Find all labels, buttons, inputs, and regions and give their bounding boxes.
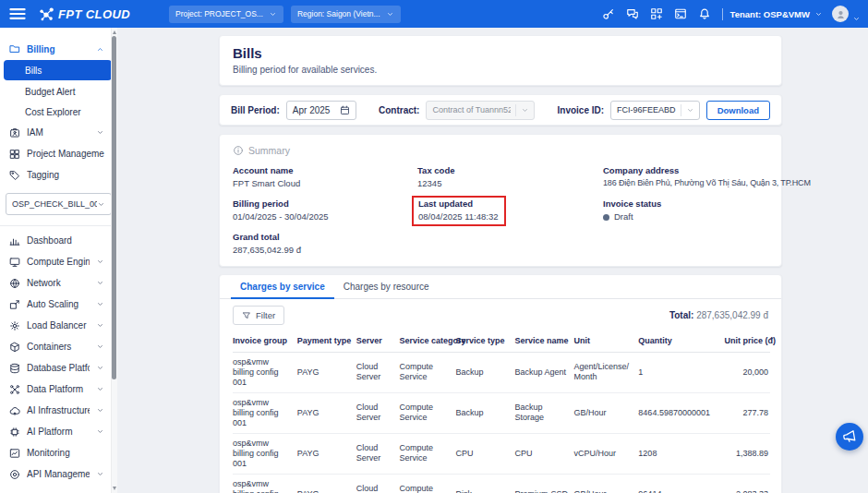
invoice-status-label: Invoice status xyxy=(603,198,811,209)
sidebar-item-ai-platform[interactable]: AI Platform xyxy=(0,421,117,442)
cell-service-category: Compute Service xyxy=(399,392,455,433)
sidebar-item-tagging[interactable]: Tagging xyxy=(0,164,117,186)
cell-service-type: Backup xyxy=(456,392,515,433)
sidebar-item-dashboard[interactable]: Dashboard xyxy=(0,230,117,251)
tenant-selector[interactable]: Tenant: OSP&VMW xyxy=(730,9,823,19)
sidebar-item-budget-alert-label: Budget Alert xyxy=(25,87,75,97)
project-selector[interactable]: Project: PROJECT_OS... xyxy=(169,6,283,23)
cell-invoice-group: osp&vmw billing config 001 xyxy=(233,474,297,493)
sidebar-project-select-value: OSP_CHECK_BILL_001 xyxy=(12,199,97,209)
sidebar-item-cost-explorer[interactable]: Cost Explorer xyxy=(0,102,117,122)
chevron-down-icon xyxy=(96,128,104,137)
sidebar-item-api-management[interactable]: API Management xyxy=(0,463,117,485)
scrollbar-thumb[interactable] xyxy=(112,36,116,379)
chevron-down-icon xyxy=(96,406,104,415)
tenant-label: Tenant: OSP&VMW xyxy=(730,9,810,19)
company-address-label: Company address xyxy=(603,165,811,175)
fpt-logo-text: FPT CLOUD xyxy=(58,7,130,21)
summary-last-updated: Last updated 08/04/2025 11:48:32 xyxy=(417,198,603,222)
containers-icon xyxy=(9,342,20,353)
chevron-down-icon xyxy=(96,258,104,266)
sidebar-item-bills[interactable]: Bills xyxy=(4,60,112,80)
notifications-bell-icon[interactable] xyxy=(693,5,717,23)
sidebar-item-monitoring[interactable]: Monitoring xyxy=(0,442,117,463)
iam-badge-icon xyxy=(9,127,20,138)
billing-folder-icon xyxy=(9,43,20,54)
filter-button-label: Filter xyxy=(256,310,275,320)
sidebar-item-auto-scaling[interactable]: Auto Scaling xyxy=(0,294,117,315)
cell-payment-type: PAYG xyxy=(297,474,356,493)
sidebar-item-data-platform[interactable]: Data Platform xyxy=(0,379,117,400)
tag-icon xyxy=(9,170,20,181)
cell-server: Cloud Server xyxy=(356,392,400,433)
sidebar-item-containers[interactable]: Containers xyxy=(0,336,117,357)
support-chat-icon[interactable] xyxy=(621,5,645,23)
summary-account-name: Account name FPT Smart Cloud xyxy=(233,165,417,188)
column-header-unit: Unit xyxy=(574,331,639,353)
scrollbar-up-arrow-icon[interactable] xyxy=(113,30,116,34)
table-body: osp&vmw billing config 001PAYGCloud Serv… xyxy=(233,353,770,493)
auto-scaling-icon xyxy=(9,299,20,310)
user-menu[interactable] xyxy=(832,6,861,22)
sidebar-item-budget-alert[interactable]: Budget Alert xyxy=(0,81,117,102)
main-content: Bills Billing period for available servi… xyxy=(117,28,868,493)
scrollbar-down-arrow-icon[interactable] xyxy=(113,487,116,490)
table-row: osp&vmw billing config 001PAYGCloud Serv… xyxy=(233,353,770,393)
compute-engine-icon xyxy=(9,257,20,268)
feedback-megaphone-button[interactable] xyxy=(836,423,863,451)
cell-quantity: 8464.59870000001 xyxy=(638,392,724,433)
sidebar-item-label: Monitoring xyxy=(27,448,104,458)
bill-period-datepicker[interactable]: Apr 2025 xyxy=(286,101,356,120)
console-window-icon[interactable] xyxy=(669,5,693,23)
sidebar-item-ai-infrastructure[interactable]: AI Infrastructure xyxy=(0,400,117,421)
column-header-server: Server xyxy=(356,331,400,353)
invoice-id-label: Invoice ID: xyxy=(558,105,605,115)
sidebar-item-iam[interactable]: IAM xyxy=(0,122,117,143)
info-icon xyxy=(233,145,244,156)
summary-title: Summary xyxy=(248,145,290,156)
page-title: Bills xyxy=(233,45,768,61)
chevron-down-icon xyxy=(386,10,394,18)
hamburger-menu-icon[interactable] xyxy=(7,4,28,24)
contract-label: Contract: xyxy=(379,105,419,115)
bill-period-label: Bill Period: xyxy=(231,105,280,115)
sidebar-item-database-platform[interactable]: Database Platform xyxy=(0,357,117,379)
sidebar-item-label: Data Platform xyxy=(27,384,90,394)
key-icon[interactable] xyxy=(597,5,621,23)
contract-select[interactable]: Contract of Tuannn52... xyxy=(426,101,535,120)
fpt-cloud-logo[interactable]: FPT CLOUD xyxy=(39,6,130,22)
cell-payment-type: PAYG xyxy=(297,353,356,393)
cell-server: Cloud Server xyxy=(356,433,400,474)
sidebar-project-select[interactable]: OSP_CHECK_BILL_001 xyxy=(6,193,112,215)
grand-total-label: Grand total xyxy=(233,232,417,242)
summary-grand-total: Grand total 287,635,042.99 đ xyxy=(233,232,417,255)
cell-payment-type: PAYG xyxy=(297,433,356,474)
topbar: FPT CLOUD Project: PROJECT_OS... Region:… xyxy=(0,0,868,28)
sidebar-scrollbar[interactable] xyxy=(111,28,117,493)
cell-payment-type: PAYG xyxy=(297,392,356,433)
tab-charges-by-service[interactable]: Charges by service xyxy=(231,275,334,299)
cell-server: Cloud Server xyxy=(356,353,400,393)
column-header-invoice-group: Invoice group xyxy=(233,331,297,353)
apps-grid-icon[interactable] xyxy=(645,5,669,23)
sidebar-item-project-management[interactable]: Project Management xyxy=(0,143,117,164)
table-row: osp&vmw billing config 001PAYGCloud Serv… xyxy=(233,433,770,474)
region-selector-label: Region: Saigon (Vietn... xyxy=(297,9,380,18)
tab-charges-by-resource[interactable]: Charges by resource xyxy=(334,275,439,299)
table-row: osp&vmw billing config 001PAYGCloud Serv… xyxy=(233,392,770,433)
cell-invoice-group: osp&vmw billing config 001 xyxy=(233,353,297,393)
download-button[interactable]: Download xyxy=(706,101,770,120)
sidebar-group-billing[interactable]: Billing xyxy=(0,39,117,59)
sidebar-item-tagging-label: Tagging xyxy=(27,170,104,180)
invoice-id-select[interactable]: FCI-96FEEABD xyxy=(610,101,700,120)
chevron-down-icon xyxy=(96,279,104,287)
sidebar-item-compute-engine[interactable]: Compute Engine xyxy=(0,251,117,272)
load-balancer-icon xyxy=(9,320,20,331)
contract-value: Contract of Tuannn52... xyxy=(432,105,511,114)
filter-button[interactable]: Filter xyxy=(233,306,284,325)
cell-unit-price: 2,083.33 xyxy=(724,474,770,493)
sidebar-item-network[interactable]: Network xyxy=(0,272,117,294)
project-management-grid-icon xyxy=(9,149,20,160)
sidebar-item-load-balancer[interactable]: Load Balancer xyxy=(0,315,117,336)
region-selector[interactable]: Region: Saigon (Vietn... xyxy=(291,6,401,23)
